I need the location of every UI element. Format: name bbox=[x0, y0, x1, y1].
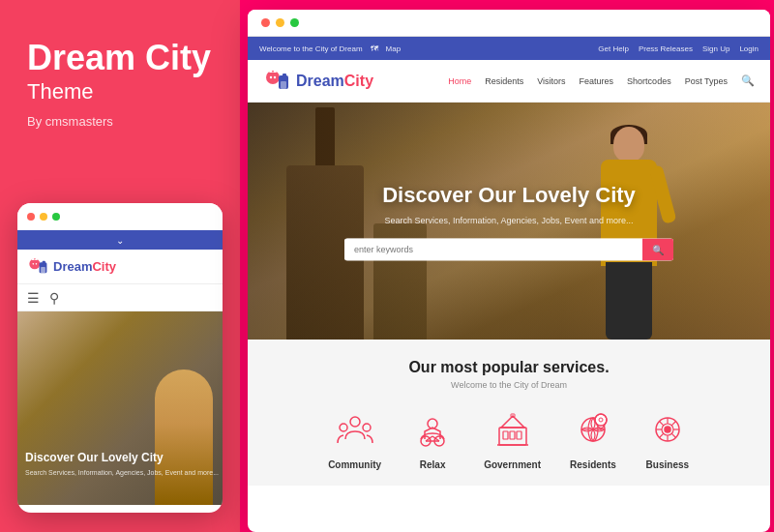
nav-residents[interactable]: Residents bbox=[485, 76, 523, 86]
browser-dot-yellow bbox=[276, 18, 284, 27]
left-panel: Dream City Theme By cmsmasters ⌄ bbox=[0, 0, 240, 532]
svg-rect-7 bbox=[43, 260, 45, 263]
nav-features[interactable]: Features bbox=[580, 76, 614, 86]
press-releases-link[interactable]: Press Releases bbox=[639, 44, 693, 53]
mobile-dot-red bbox=[27, 213, 35, 221]
mobile-logo-bar: DreamCity bbox=[17, 250, 223, 284]
sign-up-link[interactable]: Sign Up bbox=[702, 44, 729, 53]
map-link[interactable]: Map bbox=[386, 44, 402, 53]
nav-post-types[interactable]: Post Types bbox=[685, 76, 728, 86]
services-title: Our most popular services. bbox=[263, 359, 755, 376]
site-nav: Home Residents Visitors Features Shortco… bbox=[448, 74, 755, 87]
service-government[interactable]: Government bbox=[484, 407, 541, 470]
mobile-nav-bar: ☰ ⚲ bbox=[17, 284, 223, 311]
community-icon bbox=[333, 407, 377, 452]
svg-point-11 bbox=[270, 75, 272, 77]
svg-rect-28 bbox=[517, 431, 521, 439]
theme-title: Dream City Theme bbox=[27, 39, 213, 104]
svg-point-8 bbox=[266, 71, 280, 84]
nav-home[interactable]: Home bbox=[448, 76, 471, 86]
mobile-mockup: ⌄ DreamCity ☰ ⚲ bbox=[17, 203, 223, 513]
mobile-dot-yellow bbox=[40, 213, 47, 221]
service-business[interactable]: Business bbox=[645, 407, 690, 470]
site-header: DreamCity Home Residents Visitors Featur… bbox=[248, 60, 770, 103]
mobile-hero-person bbox=[155, 369, 213, 505]
site-logo-icon bbox=[263, 68, 290, 95]
person-head bbox=[613, 127, 644, 162]
browser-dot-red bbox=[261, 18, 270, 27]
chevron-down-icon: ⌄ bbox=[116, 235, 124, 246]
utility-right: Get Help Press Releases Sign Up Login bbox=[598, 44, 759, 53]
site-logo: DreamCity bbox=[263, 68, 373, 95]
service-residents[interactable]: Residents bbox=[570, 407, 616, 470]
residents-icon bbox=[571, 407, 615, 452]
svg-rect-6 bbox=[41, 267, 45, 273]
svg-rect-27 bbox=[510, 431, 515, 439]
mobile-hero: Discover Our Lovely City Search Services… bbox=[17, 311, 223, 505]
relax-label: Relax bbox=[420, 459, 446, 470]
hero-content: Discover Our Lovely City Search Services… bbox=[344, 182, 673, 260]
search-button[interactable]: 🔍 bbox=[642, 238, 673, 260]
search-input[interactable] bbox=[344, 239, 642, 260]
government-icon bbox=[491, 407, 535, 452]
login-link[interactable]: Login bbox=[739, 44, 759, 53]
search-icon[interactable]: 🔍 bbox=[741, 74, 755, 87]
svg-rect-14 bbox=[281, 81, 286, 89]
svg-point-12 bbox=[274, 75, 276, 77]
site-hero: Discover Our Lovely City Search Services… bbox=[248, 103, 770, 340]
svg-line-44 bbox=[659, 422, 663, 426]
author-label: By cmsmasters bbox=[27, 114, 213, 129]
mobile-top-bar bbox=[17, 203, 223, 230]
hero-title: Discover Our Lovely City bbox=[344, 182, 673, 207]
svg-point-4 bbox=[36, 263, 38, 265]
browser-dot-green bbox=[290, 18, 299, 27]
svg-line-47 bbox=[659, 433, 663, 437]
residents-label: Residents bbox=[570, 459, 616, 470]
browser-mockup: Welcome to the City of Dream 🗺 Map Get H… bbox=[248, 10, 770, 532]
services-grid: Community Rel bbox=[263, 407, 755, 470]
mobile-hero-text: Discover Our Lovely City Search Services… bbox=[25, 451, 219, 476]
svg-point-16 bbox=[350, 417, 360, 427]
services-subtitle: Welcome to the City of Dream bbox=[263, 380, 755, 390]
svg-line-45 bbox=[671, 433, 675, 437]
service-community[interactable]: Community bbox=[328, 407, 381, 470]
svg-rect-15 bbox=[283, 74, 286, 77]
mobile-logo-text: DreamCity bbox=[53, 259, 116, 274]
svg-point-0 bbox=[29, 258, 40, 269]
hero-search: 🔍 bbox=[344, 238, 673, 260]
mobile-search-icon: ⚲ bbox=[49, 290, 59, 306]
site-logo-text: DreamCity bbox=[296, 73, 373, 90]
hero-subtitle: Search Services, Information, Agencies, … bbox=[344, 215, 673, 224]
service-relax[interactable]: Relax bbox=[410, 407, 455, 470]
svg-point-18 bbox=[363, 424, 371, 431]
business-label: Business bbox=[646, 459, 689, 470]
person-legs bbox=[606, 262, 652, 340]
site-utility-bar: Welcome to the City of Dream 🗺 Map Get H… bbox=[248, 37, 770, 60]
nav-shortcodes[interactable]: Shortcodes bbox=[627, 76, 671, 86]
business-icon bbox=[645, 407, 690, 452]
mobile-logo-icon bbox=[27, 256, 48, 278]
svg-point-17 bbox=[340, 424, 347, 431]
map-icon: 🗺 bbox=[371, 44, 378, 53]
nav-visitors[interactable]: Visitors bbox=[537, 76, 565, 86]
mobile-dot-green bbox=[52, 213, 60, 221]
welcome-text: Welcome to the City of Dream bbox=[259, 44, 363, 53]
svg-point-48 bbox=[665, 427, 670, 432]
svg-point-3 bbox=[33, 263, 35, 265]
services-section: Our most popular services. Welcome to th… bbox=[248, 340, 770, 486]
relax-icon bbox=[410, 407, 455, 452]
hamburger-icon: ☰ bbox=[27, 290, 40, 306]
community-label: Community bbox=[328, 459, 381, 470]
utility-left: Welcome to the City of Dream 🗺 Map bbox=[259, 44, 401, 53]
svg-line-46 bbox=[671, 422, 675, 426]
government-label: Government bbox=[484, 459, 541, 470]
svg-rect-26 bbox=[503, 431, 508, 439]
browser-top-bar bbox=[248, 10, 770, 37]
mobile-blue-bar: ⌄ bbox=[17, 230, 223, 250]
get-help-link[interactable]: Get Help bbox=[598, 44, 629, 53]
